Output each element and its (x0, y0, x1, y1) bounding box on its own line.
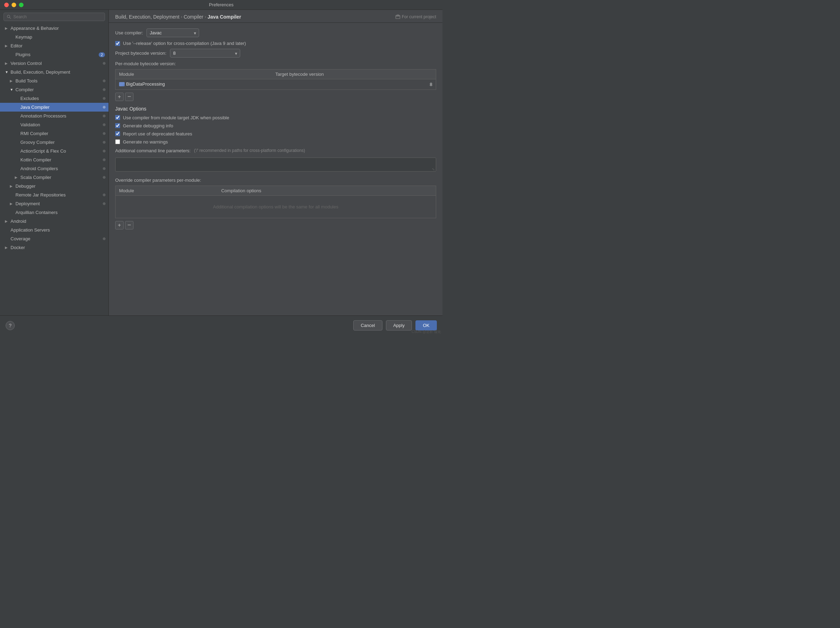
sidebar-item-scala-compiler[interactable]: ▶ Scala Compiler ⊕ (0, 173, 109, 182)
cmd-params-wrapper: ⤡ (115, 157, 436, 173)
project-icon (395, 14, 400, 19)
maximize-button[interactable] (19, 2, 24, 7)
override-table-empty-row: Additional compilation options will be t… (115, 195, 436, 218)
add-override-button[interactable]: + (115, 221, 124, 230)
option-row-2: Report use of deprecated features (115, 131, 436, 137)
expand-arrow (10, 53, 14, 57)
sidebar-item-android[interactable]: ▶ Android (0, 217, 109, 226)
release-option-label[interactable]: Use '--release' option for cross-compila… (123, 41, 246, 46)
breadcrumb-part2: Compiler (184, 14, 203, 20)
module-version: 8 (272, 79, 436, 90)
sidebar-item-appearance-behavior[interactable]: ▶ Appearance & Behavior (0, 24, 109, 33)
option-checkbox-0[interactable] (115, 115, 120, 120)
cmd-params-input[interactable] (115, 157, 436, 172)
search-box[interactable] (3, 13, 105, 21)
module-table: Module Target bytecode version BigDataPr… (115, 69, 436, 90)
remove-module-button[interactable]: − (125, 93, 133, 101)
sidebar-item-excludes[interactable]: Excludes ⊕ (0, 94, 109, 103)
search-input[interactable] (13, 14, 102, 19)
sidebar-item-keymap[interactable]: Keymap (0, 33, 109, 41)
bytecode-version-select[interactable]: 8 11 14 (170, 49, 240, 58)
search-icon (7, 14, 11, 19)
minimize-button[interactable] (12, 2, 16, 7)
bytecode-version-label: Project bytecode version: (115, 50, 166, 56)
option-label-2[interactable]: Report use of deprecated features (123, 131, 192, 137)
sidebar: ▶ Appearance & Behavior Keymap ▶ Editor … (0, 10, 109, 315)
expand-arrow: ▼ (10, 88, 14, 91)
copy-icon: ⊕ (103, 166, 106, 171)
sidebar-item-compiler[interactable]: ▼ Compiler ⊕ (0, 85, 109, 94)
sidebar-item-validation[interactable]: Validation ⊕ (0, 120, 109, 129)
action-buttons: Cancel Apply OK (353, 320, 437, 331)
option-checkbox-3[interactable] (115, 139, 120, 144)
sidebar-item-docker[interactable]: ▶ Docker (0, 243, 109, 252)
sidebar-item-rmi-compiler[interactable]: RMI Compiler ⊕ (0, 129, 109, 138)
option-label-3[interactable]: Generate no warnings (123, 139, 168, 145)
sidebar-item-application-servers[interactable]: Application Servers (0, 226, 109, 235)
sidebar-label: Debugger (16, 184, 35, 189)
main-layout: ▶ Appearance & Behavior Keymap ▶ Editor … (0, 10, 442, 315)
expand-arrow: ▼ (5, 70, 9, 74)
table-row[interactable]: BigDataProcessing 8 (115, 79, 436, 90)
sidebar-label: Java Compiler (21, 105, 49, 110)
for-project: For current project (395, 14, 436, 19)
sidebar-label: Groovy Compiler (21, 140, 55, 145)
title-bar: Preferences (0, 0, 442, 10)
sidebar-item-android-compilers[interactable]: Android Compilers ⊕ (0, 164, 109, 173)
expand-arrow: ▶ (5, 26, 9, 30)
option-checkbox-2[interactable] (115, 131, 120, 136)
sidebar-item-groovy-compiler[interactable]: Groovy Compiler ⊕ (0, 138, 109, 146)
sidebar-label: Appearance & Behavior (11, 25, 58, 31)
use-compiler-row: Use compiler: Javac Eclipse Ajc (115, 28, 436, 37)
sidebar-label: Validation (21, 122, 40, 127)
sidebar-item-editor[interactable]: ▶ Editor (0, 41, 109, 50)
bytecode-version-row: Project bytecode version: 8 11 14 (115, 49, 436, 58)
expand-arrow: ▶ (5, 61, 9, 65)
option-row-0: Use compiler from module target JDK when… (115, 115, 436, 120)
use-compiler-label: Use compiler: (115, 30, 143, 35)
release-option-checkbox[interactable] (115, 41, 120, 46)
copy-icon: ⊕ (103, 96, 106, 101)
sidebar-label: Keymap (16, 35, 32, 39)
option-checkbox-1[interactable] (115, 123, 120, 128)
sidebar-item-java-compiler[interactable]: Java Compiler ⊕ (0, 103, 109, 112)
apply-button[interactable]: Apply (386, 320, 412, 331)
sidebar-item-debugger[interactable]: ▶ Debugger (0, 182, 109, 190)
sidebar-item-kotlin-compiler[interactable]: Kotlin Compiler ⊕ (0, 156, 109, 164)
sidebar-item-arquillian[interactable]: Arquillian Containers (0, 208, 109, 217)
cancel-button[interactable]: Cancel (353, 320, 382, 331)
compiler-select[interactable]: Javac Eclipse Ajc (147, 28, 199, 37)
override-options-col: Compilation options (218, 186, 436, 195)
sidebar-item-actionscript[interactable]: ActionScript & Flex Co ⊕ (0, 146, 109, 156)
sidebar-item-build-execution[interactable]: ▼ Build, Execution, Deployment (0, 68, 109, 77)
sidebar-item-remote-jar[interactable]: Remote Jar Repositories ⊕ (0, 190, 109, 199)
expand-arrow (15, 167, 19, 170)
close-button[interactable] (4, 2, 9, 7)
version-col-header: Target bytecode version (272, 69, 436, 79)
option-label-0[interactable]: Use compiler from module target JDK when… (123, 115, 229, 120)
expand-arrow (15, 149, 19, 153)
expand-arrow (15, 114, 19, 118)
remove-override-button[interactable]: − (125, 221, 133, 230)
override-table: Module Compilation options Additional co… (115, 186, 436, 218)
ok-button[interactable]: OK (415, 320, 437, 331)
sidebar-item-version-control[interactable]: ▶ Version Control ⊕ (0, 59, 109, 68)
compiler-select-wrapper[interactable]: Javac Eclipse Ajc (147, 28, 199, 37)
expand-icon[interactable]: ⤡ (432, 167, 435, 171)
add-module-button[interactable]: + (115, 93, 124, 101)
option-label-1[interactable]: Generate debugging info (123, 123, 173, 128)
sidebar-item-plugins[interactable]: Plugins 2 (0, 50, 109, 59)
sidebar-label: Arquillian Containers (16, 210, 58, 215)
bytecode-version-wrapper[interactable]: 8 11 14 (170, 49, 240, 58)
sidebar-item-coverage[interactable]: Coverage ⊕ (0, 235, 109, 243)
sidebar-item-annotation-processors[interactable]: Annotation Processors ⊕ (0, 112, 109, 120)
sidebar-label: Remote Jar Repositories (16, 192, 66, 198)
sidebar-label: RMI Compiler (21, 131, 48, 136)
sidebar-item-build-tools[interactable]: ▶ Build Tools ⊕ (0, 77, 109, 85)
expand-arrow (5, 228, 9, 232)
sidebar-label: Build, Execution, Deployment (11, 69, 70, 75)
expand-arrow (5, 237, 9, 241)
override-placeholder: Additional compilation options will be t… (119, 198, 432, 216)
sidebar-item-deployment[interactable]: ▶ Deployment ⊕ (0, 199, 109, 208)
help-button[interactable]: ? (6, 321, 15, 330)
